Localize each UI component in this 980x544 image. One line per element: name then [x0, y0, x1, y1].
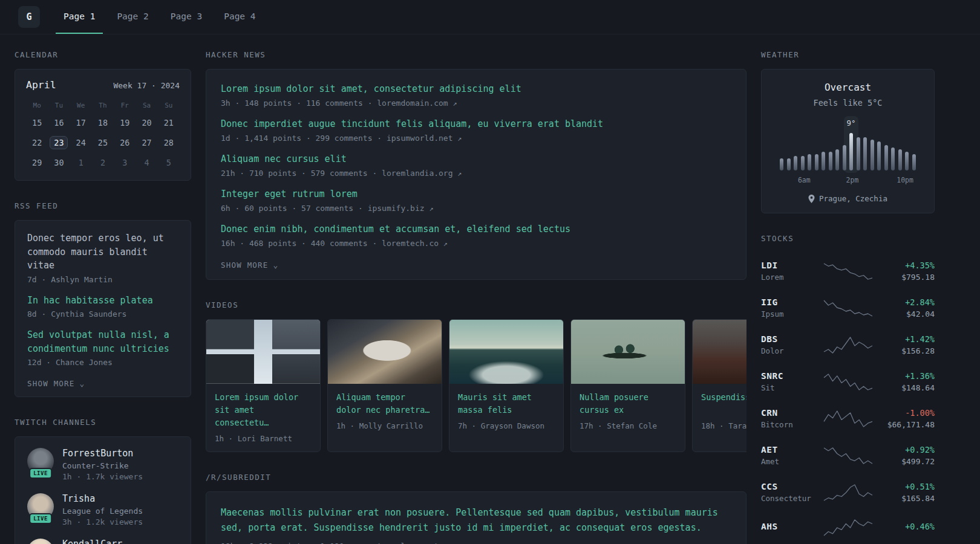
twitch-channel[interactable]: LIVE KendallCarr	[27, 539, 178, 544]
video-title[interactable]: Suspendisse diam	[701, 391, 746, 416]
subreddit-widget: Maecenas mollis pulvinar erat non posuer…	[206, 491, 746, 544]
video-title[interactable]: Nullam posuere cursus ex	[580, 391, 676, 416]
stocks-section-title: STOCKS	[761, 234, 935, 243]
hn-story-link[interactable]: Donec enim nibh, condimentum et accumsan…	[221, 223, 731, 236]
calendar-dow: Th	[99, 102, 106, 109]
avatar-wrap: LIVE	[27, 448, 54, 474]
calendar-dow: Su	[165, 102, 172, 109]
stock-price: $499.72	[878, 457, 935, 466]
stock-identity: LDI Lorem	[761, 261, 818, 282]
rss-item: Donec tempor eros leo, ut commodo mauris…	[27, 232, 178, 284]
calendar-day-next-month: 4	[138, 156, 156, 169]
video-thumbnail	[328, 320, 442, 384]
rss-item-link[interactable]: Donec tempor eros leo, ut commodo mauris…	[27, 232, 178, 273]
stock-price: $795.18	[878, 273, 935, 282]
stock-price: $156.28	[878, 346, 935, 355]
top-bar: G Page 1 Page 2 Page 3 Page 4	[0, 0, 980, 34]
external-link-icon: ↗	[457, 169, 462, 178]
calendar-day-next-month: 1	[72, 156, 90, 169]
subreddit-post-link[interactable]: Maecenas mollis pulvinar erat non posuer…	[221, 505, 731, 536]
stock-sparkline	[823, 447, 874, 465]
rss-section: RSS FEED Donec tempor eros leo, ut commo…	[15, 201, 191, 397]
videos-section: VIDEOS Lorem ipsum dolor sit amet consec…	[206, 300, 746, 452]
weather-bar	[898, 149, 902, 170]
location-pin-icon	[808, 195, 815, 203]
stock-row: SNRC Sit +1.36% $148.64	[761, 363, 935, 400]
channel-name[interactable]: KendallCarr	[62, 539, 122, 544]
rss-show-more-button[interactable]: SHOW MORE ⌄	[27, 377, 85, 388]
twitch-channel[interactable]: LIVE Trisha League of Legends 3h · 1.2k …	[27, 493, 178, 526]
weather-peak-temp: 9°	[847, 118, 856, 128]
hn-story-domain[interactable]: loremlandia.org ↗	[382, 169, 462, 178]
calendar-day: 30	[50, 156, 68, 169]
stock-row: AHS +0.46%	[761, 511, 935, 544]
hn-story-domain[interactable]: ipsumify.biz ↗	[368, 204, 434, 213]
tab-page-2[interactable]: Page 2	[109, 0, 156, 34]
calendar-day: 26	[116, 136, 134, 149]
rss-show-more-label: SHOW MORE	[27, 379, 75, 388]
weather-bar	[877, 141, 881, 170]
subreddit-post-meta: 19h · 9,932 points · 1,090 comments · lo…	[221, 542, 731, 544]
tab-page-3[interactable]: Page 3	[163, 0, 210, 34]
rss-item-link[interactable]: Sed volutpat nulla nisl, a condimentum n…	[27, 328, 178, 355]
video-card[interactable]: Lorem ipsum dolor sit amet consectetu… 1…	[206, 319, 321, 452]
hn-story: Integer eget rutrum lorem 6h · 60 points…	[221, 188, 731, 213]
stock-symbol: SNRC	[761, 371, 818, 381]
stock-sparkline	[823, 484, 874, 502]
stock-sparkline	[823, 262, 874, 280]
weather-location: Prague, Czechia	[819, 194, 887, 203]
middle-column: HACKER NEWS Lorem ipsum dolor sit amet, …	[206, 50, 746, 544]
right-column: WEATHER Overcast Feels like 5°C 9° 6am 2…	[761, 50, 935, 544]
stock-sparkline	[823, 410, 874, 428]
subreddit-post: Maecenas mollis pulvinar erat non posuer…	[221, 505, 731, 544]
video-card[interactable]: Nullam posuere cursus ex 17h · Stefan Co…	[570, 319, 685, 452]
weather-bar	[822, 152, 825, 170]
stock-sparkline	[823, 299, 874, 317]
video-title[interactable]: Mauris sit amet massa felis	[458, 391, 555, 416]
video-card[interactable]: Suspendisse diam 18h · Tara	[692, 319, 746, 452]
calendar-dow: Mo	[33, 102, 41, 109]
calendar-section: CALENDAR April Week 17 · 2024 Mo Tu We T…	[15, 50, 191, 181]
stock-symbol: CRN	[761, 408, 818, 418]
video-card[interactable]: Mauris sit amet massa felis 7h · Grayson…	[449, 319, 564, 452]
video-card[interactable]: Aliquam tempor dolor nec pharetra… 1h · …	[327, 319, 442, 452]
external-link-icon: ↗	[453, 99, 457, 108]
stock-change: +4.35%	[878, 261, 935, 270]
channel-meta: 3h · 1.2k viewers	[62, 517, 143, 526]
hn-story-domain[interactable]: loremdomain.com ↗	[377, 99, 457, 108]
hn-story-meta: 6h · 60 points · 57 comments · ipsumify.…	[221, 204, 731, 213]
hn-story-link[interactable]: Integer eget rutrum lorem	[221, 188, 731, 201]
hn-story-domain[interactable]: ipsumworld.net ↗	[387, 134, 462, 143]
rss-item-link[interactable]: In hac habitasse platea	[27, 294, 178, 308]
video-title[interactable]: Aliquam tempor dolor nec pharetra…	[336, 391, 433, 416]
stock-symbol: LDI	[761, 261, 818, 270]
channel-info: Trisha League of Legends 3h · 1.2k viewe…	[62, 493, 143, 526]
stock-change: +2.84%	[878, 297, 935, 307]
video-body: Lorem ipsum dolor sit amet consectetu… 1…	[206, 384, 320, 452]
stocks-section: STOCKS LDI Lorem +4.35% $795.18 IIG	[761, 234, 935, 544]
channel-name[interactable]: ForrestBurton	[62, 448, 143, 459]
calendar-day: 16	[50, 116, 68, 129]
twitch-channel[interactable]: LIVE ForrestBurton Counter-Strike 1h · 1…	[27, 448, 178, 481]
hn-story-link[interactable]: Aliquam nec cursus elit	[221, 153, 731, 166]
hn-story-meta: 21h · 710 points · 579 comments · loreml…	[221, 169, 731, 178]
hn-story-domain[interactable]: loremtech.co ↗	[382, 239, 448, 248]
video-title[interactable]: Lorem ipsum dolor sit amet consectetu…	[215, 391, 312, 429]
tab-page-1[interactable]: Page 1	[56, 0, 103, 34]
stock-price: $165.84	[878, 494, 935, 503]
stock-values: +1.42% $156.28	[878, 334, 935, 355]
calendar-day: 29	[28, 156, 46, 169]
tab-page-4[interactable]: Page 4	[216, 0, 263, 34]
hn-story-link[interactable]: Lorem ipsum dolor sit amet, consectetur …	[221, 83, 731, 96]
weather-time-label: 2pm	[846, 176, 859, 184]
channel-name[interactable]: Trisha	[62, 493, 143, 504]
calendar-day: 17	[72, 116, 90, 129]
videos-row: Lorem ipsum dolor sit amet consectetu… 1…	[206, 319, 746, 452]
live-badge: LIVE	[29, 513, 52, 524]
hackernews-show-more-button[interactable]: SHOW MORE ⌄	[221, 258, 279, 270]
app-logo: G	[18, 6, 40, 28]
hn-story-link[interactable]: Donec imperdiet augue tincidunt felis al…	[221, 118, 731, 131]
stock-name: Dolor	[761, 346, 818, 355]
hn-story-stats: 1d · 1,414 points · 299 comments ·	[221, 134, 382, 143]
subreddit-post-domain[interactable]: loremnet.xyz ↗	[400, 542, 466, 544]
